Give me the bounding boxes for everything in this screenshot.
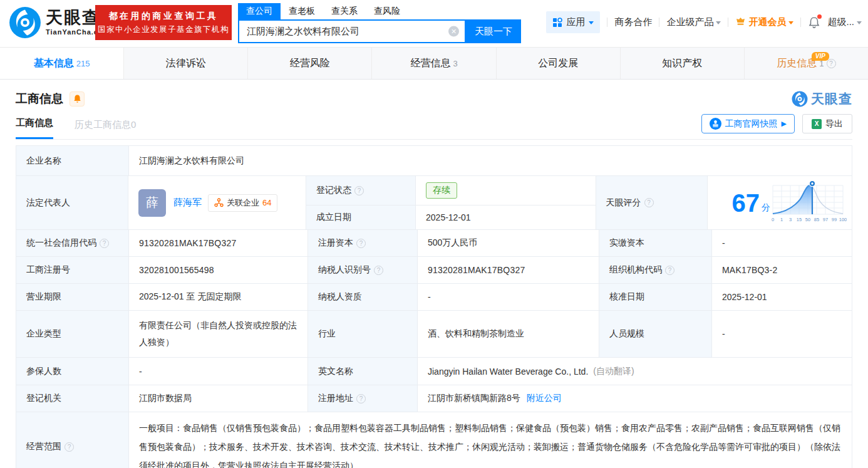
tianyancha-eye-icon [9,6,41,39]
tab-development[interactable]: 公司发展 [497,48,621,79]
menu-super-vip[interactable]: 超级... [827,16,862,28]
help-icon[interactable]: ? [374,266,383,275]
search-button[interactable]: 天眼一下 [466,19,521,43]
approval-date-label: 核准日期 [599,284,712,310]
business-scope-label: 经营范围 ? [16,412,129,468]
company-name-label: 企业名称 [16,146,129,175]
subtab-row: 工商信息 历史工商信息0 工商官网快照 ▶ [16,114,852,140]
search-tab-company[interactable]: 查公司 [238,3,281,19]
tab-intellectual-property[interactable]: 知识产权 [621,48,745,79]
legal-rep-cell: 薛 薛海军 关联企业 64 [128,176,306,229]
apps-menu[interactable]: 应用 [546,11,600,33]
legal-rep-name-link[interactable]: 薛海军 [173,197,202,209]
official-snapshot-button[interactable]: 工商官网快照 ▶ [701,114,795,133]
chevron-down-icon [857,21,862,24]
help-icon[interactable]: ? [100,239,109,248]
subtab-history-business-info[interactable]: 历史工商信息0 [75,119,136,139]
table-row: 企业名称 江阴海澜之水饮料有限公司 [16,146,852,176]
help-icon[interactable]: ? [827,59,836,68]
tab-operating-info[interactable]: 经营信息 3 [372,48,496,79]
reg-status-label: 登记状态 ? [306,176,416,205]
clear-search-icon[interactable]: ✕ [448,26,459,37]
score-cell: 67 分 [708,176,852,229]
english-name-value: Jiangyin Hailan Water Beverage Co., Ltd.… [418,358,852,385]
promo-banner: 都在用的商业查询工具 国家中小企业发展子基金旗下机构 [95,5,232,40]
section-title: 工商信息 [16,91,63,107]
help-icon[interactable]: ? [356,394,366,403]
related-companies-badge[interactable]: 关联企业 64 [208,194,277,212]
legal-rep-label: 法定代表人 [16,176,128,229]
svg-text:97: 97 [823,217,828,222]
reg-authority-value: 江阴市数据局 [129,385,308,412]
tab-count: 3 [453,59,457,68]
industry-value: 酒、饮料和精制茶制造业 [418,311,599,357]
status-badge: 存续 [426,182,457,199]
table-row: 工商注册号 320281001565498 纳税人识别号 ? 91320281M… [16,257,852,284]
subscribe-bell-icon[interactable] [70,91,85,107]
company-nav-tabs: 基本信息 215 法律诉讼 经营风险 经营信息 3 公司发展 知识产权 历史信息… [0,47,868,80]
score-distribution-chart: 0 1 3 15 50 85 97 99 100 [770,179,847,226]
subtab-business-info[interactable]: 工商信息 [16,117,53,139]
search-tab-boss[interactable]: 查老板 [281,3,323,19]
svg-text:15: 15 [797,217,802,222]
tab-history-info[interactable]: 历史信息 1 ? VIP [745,48,868,79]
top-menu: 应用 商务合作 企业级产品 开通会员 [546,11,862,33]
help-icon[interactable]: ? [665,266,674,275]
credit-code-value: 91320281MAK17BQ327 [129,230,308,256]
company-name-value: 江阴海澜之水饮料有限公司 [129,146,852,175]
help-icon[interactable]: ? [354,186,364,195]
export-button[interactable]: X 导出 [802,114,852,133]
establish-date-value: 2025-12-01 [416,205,596,229]
svg-text:1: 1 [780,217,783,222]
help-icon[interactable]: ? [356,239,366,248]
brand-text: 天眼查 [811,90,852,108]
reg-number-label: 工商注册号 [16,257,129,283]
industry-label: 行业 [308,311,418,357]
chevron-right-icon: ▶ [782,120,787,128]
insured-count-value: - [129,358,308,385]
notification-bell-icon[interactable] [808,16,820,29]
table-row: 登记机关 江阴市数据局 注册地址 ? 江阴市新桥镇陶新路8号 附近公司 [16,385,852,412]
credit-code-label: 统一社会信用代码 ? [16,230,129,256]
search-area: 查公司 查老板 查关系 查风险 ✕ 天眼一下 [238,3,521,43]
nearby-companies-link[interactable]: 附近公司 [527,393,562,404]
reg-authority-label: 登记机关 [16,385,129,412]
search-tab-risk[interactable]: 查风险 [366,3,408,19]
menu-cooperation[interactable]: 商务合作 [614,16,652,28]
help-icon[interactable]: ? [644,198,654,207]
chevron-down-icon [788,21,793,24]
related-count: 64 [262,198,271,207]
paid-capital-label: 实缴资本 [599,230,712,256]
search-input[interactable] [239,21,465,42]
org-code-value: MAK17BQ3-2 [712,257,852,283]
menu-vip[interactable]: 开通会员 [735,16,793,28]
help-icon[interactable]: ? [65,442,74,452]
reg-number-value: 320281001565498 [129,257,308,283]
company-type-label: 企业类型 [16,311,129,357]
taxpayer-id-label: 纳税人识别号 ? [308,257,418,283]
chevron-down-icon [589,21,594,24]
reg-address-label: 注册地址 ? [308,385,418,412]
taxpayer-quality-value: - [418,284,599,310]
reg-capital-label: 注册资本 ? [308,230,418,256]
tianyancha-company-page: 天眼查 TianYanCha.com 都在用的商业查询工具 国家中小企业发展子基… [0,0,868,468]
legal-rep-avatar[interactable]: 薛 [138,189,166,217]
card-brand-logo: 天眼查 [792,90,852,108]
business-scope-value: 一般项目：食品销售（仅销售预包装食品）；食品用塑料包装容器工具制品销售；塑料制品… [129,412,852,468]
approval-date-value: 2025-12-01 [712,284,852,310]
tab-operating-risk[interactable]: 经营风险 [248,48,372,79]
tab-legal[interactable]: 法律诉讼 [124,48,248,79]
svg-text:50: 50 [805,217,810,222]
menu-enterprise[interactable]: 企业级产品 [666,16,721,28]
tab-basic-info[interactable]: 基本信息 215 [0,48,124,79]
svg-text:85: 85 [814,217,819,222]
reg-capital-value: 500万人民币 [418,230,599,256]
business-info-section: 工商信息 天眼查 工商信息 历史工商信息0 [0,90,868,468]
table-row: 营业期限 2025-12-01 至 无固定期限 纳税人资质 - 核准日期 202… [16,284,852,311]
score-label-cell: 天眼评分 ? [596,176,708,229]
tianyancha-eye-icon [792,91,808,107]
search-tab-relation[interactable]: 查关系 [323,3,366,19]
svg-text:3: 3 [789,217,792,222]
staff-size-label: 人员规模 [599,311,712,357]
business-info-table: 企业名称 江阴海澜之水饮料有限公司 法定代表人 薛 薛海军 [16,145,852,468]
